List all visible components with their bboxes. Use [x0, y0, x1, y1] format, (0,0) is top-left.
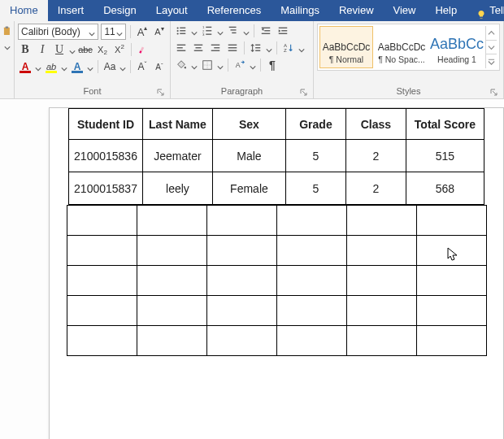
underline-button[interactable]: U	[52, 42, 67, 57]
document-area[interactable]: Student ID Last Name Sex Grade Class Tot…	[0, 99, 504, 439]
sort-dropdown-icon[interactable]	[298, 45, 305, 51]
font-size-value: 11	[104, 26, 115, 37]
shading-button[interactable]	[174, 58, 189, 72]
paragraph-dialog-launcher[interactable]	[300, 89, 308, 97]
cell[interactable]: 515	[406, 140, 484, 172]
clear-formatting-button[interactable]	[136, 42, 150, 57]
clipboard-group	[0, 21, 15, 98]
font-dialog-launcher[interactable]	[157, 89, 165, 97]
text-direction-dropdown-icon[interactable]	[250, 62, 256, 68]
tab-review[interactable]: Review	[329, 0, 384, 21]
align-center-button[interactable]	[191, 41, 206, 55]
numbering-button[interactable]: 123	[200, 24, 215, 38]
font-size-combo[interactable]: 11	[101, 24, 126, 40]
multilevel-button[interactable]	[226, 24, 241, 38]
table-row[interactable]: 2100015837 leely Female 5 2 568	[69, 172, 484, 205]
svg-rect-19	[262, 33, 271, 34]
underline-dropdown-icon[interactable]	[69, 46, 76, 53]
svg-rect-36	[255, 47, 260, 48]
tab-layout[interactable]: Layout	[146, 0, 198, 21]
svg-rect-33	[228, 47, 237, 48]
style-gallery: AaBbCcDc ¶ Normal AaBbCcDc ¶ No Spac... …	[317, 24, 500, 71]
char-scale-button[interactable]: Aˇ	[135, 59, 150, 74]
cell[interactable]: Female	[212, 172, 285, 205]
styles-dialog-launcher[interactable]	[490, 89, 498, 97]
svg-rect-14	[229, 27, 237, 28]
superscript-button[interactable]: X	[112, 42, 127, 57]
table-row[interactable]	[67, 266, 486, 296]
char-scale-small-button[interactable]: Aˇ	[152, 59, 167, 74]
style-normal[interactable]: AaBbCcDc ¶ Normal	[319, 26, 373, 68]
styles-group-label: Styles	[317, 85, 500, 98]
line-spacing-button[interactable]	[249, 41, 263, 55]
svg-rect-37	[255, 50, 260, 51]
style-no-spacing[interactable]: AaBbCcDc ¶ No Spac...	[375, 26, 428, 68]
svg-rect-22	[279, 33, 288, 34]
svg-rect-7	[180, 33, 185, 34]
highlight-dropdown-icon[interactable]	[61, 63, 67, 70]
bullets-dropdown-icon[interactable]	[191, 28, 198, 34]
gallery-more-button[interactable]	[486, 54, 497, 68]
paste-dropdown-icon[interactable]	[4, 42, 11, 49]
font-name-value: Calibri (Body)	[21, 26, 80, 37]
change-case-button[interactable]: Aa	[102, 59, 117, 74]
tell-me[interactable]: Tell	[467, 0, 504, 21]
cell[interactable]: Jeemater	[142, 140, 212, 172]
change-case-dropdown-icon[interactable]	[119, 63, 126, 70]
cell[interactable]: 2100015836	[69, 140, 143, 172]
tab-view[interactable]: View	[384, 0, 426, 21]
tab-home[interactable]: Home	[0, 0, 48, 21]
bold-button[interactable]: B	[18, 42, 33, 57]
grow-font-button[interactable]: A▴	[135, 24, 150, 39]
align-right-button[interactable]	[208, 41, 223, 55]
align-justify-button[interactable]	[225, 41, 240, 55]
table-row[interactable]: 2100015836 Jeemater Male 5 2 515	[69, 140, 484, 172]
borders-dropdown-icon[interactable]	[217, 62, 224, 68]
cell[interactable]: 5	[285, 140, 345, 172]
bullets-button[interactable]	[174, 24, 189, 38]
table-empty[interactable]	[67, 205, 487, 356]
table-students[interactable]: Student ID Last Name Sex Grade Class Tot…	[68, 108, 484, 205]
tab-mailings[interactable]: Mailings	[271, 0, 329, 21]
font-color-button[interactable]: A	[18, 59, 33, 74]
show-marks-button[interactable]: ¶	[265, 58, 280, 72]
tab-design[interactable]: Design	[93, 0, 146, 21]
sort-button[interactable]: AZ	[281, 41, 296, 55]
cell[interactable]: 2100015837	[69, 172, 143, 205]
shading-dropdown-icon[interactable]	[191, 62, 198, 68]
cell[interactable]: 2	[345, 172, 406, 205]
cell[interactable]: leely	[142, 172, 212, 205]
italic-button[interactable]: I	[35, 42, 50, 57]
subscript-button[interactable]: X	[95, 42, 110, 57]
borders-button[interactable]	[200, 58, 215, 72]
cell[interactable]: Male	[212, 140, 285, 172]
text-direction-button[interactable]: A	[232, 58, 247, 72]
align-left-button[interactable]	[174, 41, 189, 55]
table-row[interactable]	[67, 206, 486, 236]
gallery-up-button[interactable]	[486, 26, 497, 41]
cell[interactable]: 568	[406, 172, 484, 205]
tab-insert[interactable]: Insert	[48, 0, 94, 21]
line-spacing-dropdown-icon[interactable]	[266, 45, 272, 51]
table-row[interactable]	[67, 236, 486, 266]
tab-help[interactable]: Help	[425, 0, 467, 21]
strikethrough-button[interactable]: abc	[78, 42, 93, 57]
table-row[interactable]	[67, 326, 486, 356]
font-name-combo[interactable]: Calibri (Body)	[18, 24, 98, 40]
text-effects-dropdown-icon[interactable]	[87, 63, 93, 70]
paste-icon[interactable]	[2, 26, 13, 37]
table-row[interactable]	[67, 296, 486, 326]
text-effects-button[interactable]: A	[70, 59, 85, 74]
font-color-dropdown-icon[interactable]	[35, 63, 41, 70]
gallery-down-button[interactable]	[486, 41, 497, 55]
decrease-indent-button[interactable]	[259, 24, 273, 38]
multilevel-dropdown-icon[interactable]	[243, 28, 250, 34]
highlight-button[interactable]: ab	[44, 59, 59, 74]
shrink-font-button[interactable]: A▾	[152, 24, 167, 39]
increase-indent-button[interactable]	[276, 24, 290, 38]
cell[interactable]: 2	[345, 140, 406, 172]
cell[interactable]: 5	[285, 172, 345, 205]
tab-references[interactable]: References	[198, 0, 271, 21]
numbering-dropdown-icon[interactable]	[217, 28, 224, 34]
style-heading1[interactable]: AaBbCc Heading 1	[430, 26, 484, 68]
